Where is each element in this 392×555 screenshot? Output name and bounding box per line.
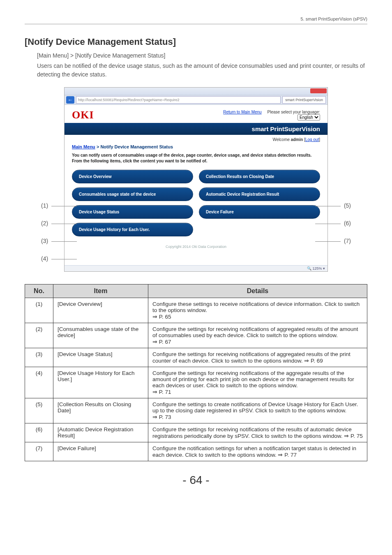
device-usage-status-button[interactable]: Device Usage Status — [72, 205, 193, 219]
breadcrumb-text: [Main Menu] > [Notify Device Management … — [37, 51, 367, 60]
copyright-text: Copyright 2014 Oki Data Corporation — [65, 240, 327, 265]
language-label: Please select your language: — [267, 110, 320, 114]
welcome-line: Welcome admin [Log out] — [65, 135, 327, 144]
col-no: No. — [25, 284, 53, 298]
notice-text: You can notify users of consumables usag… — [72, 153, 320, 164]
window-close-icon — [310, 88, 327, 93]
return-main-menu-link[interactable]: Return to Main Menu — [223, 110, 261, 114]
screenshot-figure: (1) (2) (3) (4) (5) (6) (7) ← http://loc… — [25, 87, 367, 272]
oki-logo: OKI — [72, 109, 94, 121]
table-row: (5) [Collection Results on Closing Date]… — [25, 398, 367, 423]
page-title: [Notify Device Management Status] — [25, 37, 367, 47]
app-breadcrumb: Main Menu > Notify Device Management Sta… — [65, 144, 327, 149]
details-table: No. Item Details (1) [Device Overview] C… — [25, 284, 367, 461]
callout-7: (7) — [344, 238, 351, 244]
table-row: (6) [Automatic Device Registration Resul… — [25, 423, 367, 442]
callout-1: (1) — [41, 202, 48, 209]
table-row: (7) [Device Failure] Configure the notif… — [25, 442, 367, 461]
chapter-header: 5. smart PrintSuperVision (sPSV) — [25, 16, 367, 24]
browser-tab[interactable]: smart PrintSuperVision — [282, 96, 326, 104]
page-number: - 64 - — [25, 474, 367, 487]
language-block: Return to Main Menu Please select your l… — [223, 110, 320, 120]
table-row: (2) [Consumables usage state of the devi… — [25, 323, 367, 348]
callout-6: (6) — [344, 220, 351, 227]
callout-3: (3) — [41, 238, 48, 244]
col-item: Item — [53, 284, 148, 298]
collection-results-button[interactable]: Collection Results on Closing Date — [199, 170, 320, 183]
window-titlebar — [65, 88, 327, 95]
logout-link[interactable]: Log out — [305, 137, 319, 142]
table-row: (1) [Device Overview] Configure these se… — [25, 298, 367, 323]
usage-history-button[interactable]: Device Usage History for Each User. — [72, 223, 193, 236]
browser-window: ← http://localhost:50081/Require/Redirec… — [64, 87, 328, 272]
consumables-usage-button[interactable]: Consumables usage state of the device — [72, 187, 193, 201]
main-menu-link[interactable]: Main Menu — [72, 144, 95, 149]
spv-banner: smart PrintSuperVision — [65, 123, 327, 135]
table-row: (4) [Device Usage History for Each User.… — [25, 367, 367, 398]
language-select[interactable]: English — [297, 114, 320, 120]
callout-2: (2) — [41, 220, 48, 227]
callout-5: (5) — [344, 202, 351, 209]
url-field[interactable]: http://localhost:50081/Require/Redirect?… — [76, 96, 281, 104]
back-icon[interactable]: ← — [66, 96, 74, 104]
col-details: Details — [148, 284, 367, 298]
device-failure-button[interactable]: Device Failure — [199, 205, 320, 219]
intro-paragraph: Users can be notified of the device usag… — [37, 62, 367, 79]
device-overview-button[interactable]: Device Overview — [72, 170, 193, 183]
auto-registration-button[interactable]: Automatic Device Registration Result — [199, 187, 320, 201]
address-bar: ← http://localhost:50081/Require/Redirec… — [65, 95, 327, 105]
zoom-indicator: 🔍 125% ▾ — [65, 265, 327, 271]
callout-4: (4) — [41, 255, 48, 262]
table-row: (3) [Device Usage Status] Configure the … — [25, 348, 367, 367]
